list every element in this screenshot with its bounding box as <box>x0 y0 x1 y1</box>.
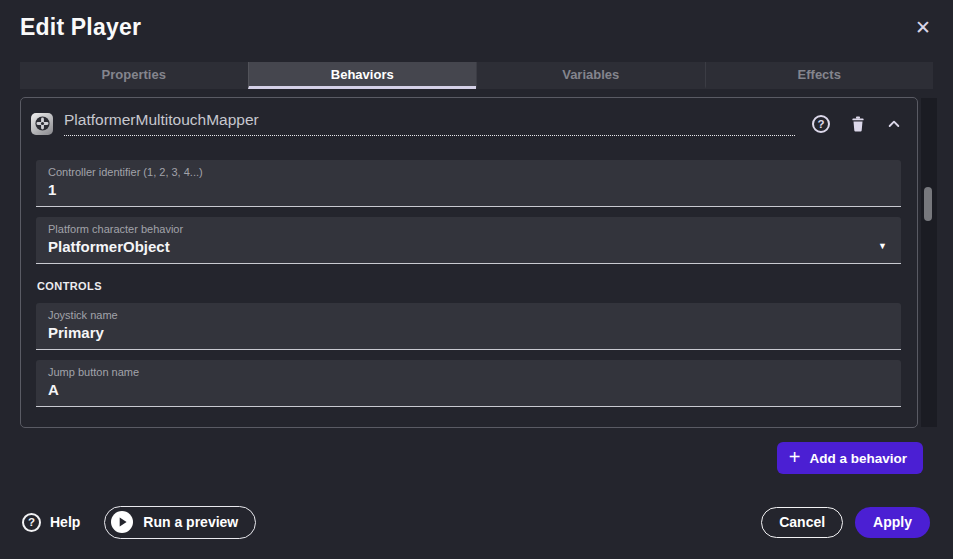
platform-character-behavior-select[interactable]: Platform character behavior PlatformerOb… <box>36 217 901 264</box>
joystick-name-field[interactable]: Joystick name <box>36 303 901 350</box>
trash-icon <box>849 115 867 133</box>
controller-identifier-input[interactable] <box>48 181 889 198</box>
controls-section-label: CONTROLS <box>37 280 901 292</box>
field-label: Jump button name <box>48 366 889 378</box>
controller-identifier-field[interactable]: Controller identifier (1, 2, 3, 4...) <box>36 160 901 207</box>
scrollbar-thumb[interactable] <box>924 187 932 221</box>
gamepad-behavior-icon <box>31 113 53 135</box>
add-behavior-button[interactable]: + Add a behavior <box>777 442 923 474</box>
scrollbar[interactable] <box>921 98 937 427</box>
chevron-up-icon <box>886 116 902 132</box>
jump-button-name-input[interactable] <box>48 381 889 398</box>
joystick-name-input[interactable] <box>48 324 889 341</box>
field-label: Controller identifier (1, 2, 3, 4...) <box>48 166 889 178</box>
help-icon: ? <box>812 115 830 133</box>
chevron-down-icon: ▼ <box>878 241 887 251</box>
play-icon <box>111 511 133 533</box>
tab-variables[interactable]: Variables <box>476 62 705 89</box>
collapse-behavior-button[interactable] <box>884 114 904 134</box>
tab-bar: Properties Behaviors Variables Effects <box>20 62 933 89</box>
delete-behavior-button[interactable] <box>847 113 869 135</box>
apply-button[interactable]: Apply <box>855 507 930 538</box>
behavior-fields: Controller identifier (1, 2, 3, 4...) Pl… <box>36 160 901 407</box>
tab-effects-label: Effects <box>798 67 841 82</box>
footer-bar: ? Help Run a preview Cancel Apply <box>22 504 930 540</box>
jump-button-name-field[interactable]: Jump button name <box>36 360 901 407</box>
help-icon: ? <box>22 513 41 532</box>
behavior-panel-header: ? <box>21 98 917 136</box>
tab-properties-label: Properties <box>102 67 166 82</box>
tab-behaviors[interactable]: Behaviors <box>248 62 477 89</box>
plus-icon: + <box>789 447 801 467</box>
add-behavior-label: Add a behavior <box>809 451 907 466</box>
run-preview-label: Run a preview <box>143 514 238 530</box>
cancel-button[interactable]: Cancel <box>761 507 843 538</box>
page-title: Edit Player <box>20 14 141 41</box>
help-button[interactable]: ? Help <box>22 513 80 532</box>
tab-variables-label: Variables <box>562 67 619 82</box>
tab-effects[interactable]: Effects <box>705 62 934 89</box>
close-icon[interactable]: ✕ <box>915 18 931 37</box>
field-label: Joystick name <box>48 309 889 321</box>
field-label: Platform character behavior <box>48 223 889 235</box>
tab-behaviors-label: Behaviors <box>331 67 394 82</box>
behavior-name-input[interactable] <box>64 111 795 136</box>
help-label: Help <box>50 514 80 530</box>
tab-properties[interactable]: Properties <box>20 62 248 89</box>
run-preview-button[interactable]: Run a preview <box>104 506 256 539</box>
behavior-panel: ? Controller identifier (1, 2, 3, 4...) <box>20 97 918 428</box>
selected-value: PlatformerObject <box>48 238 170 255</box>
behavior-help-button[interactable]: ? <box>810 113 832 135</box>
